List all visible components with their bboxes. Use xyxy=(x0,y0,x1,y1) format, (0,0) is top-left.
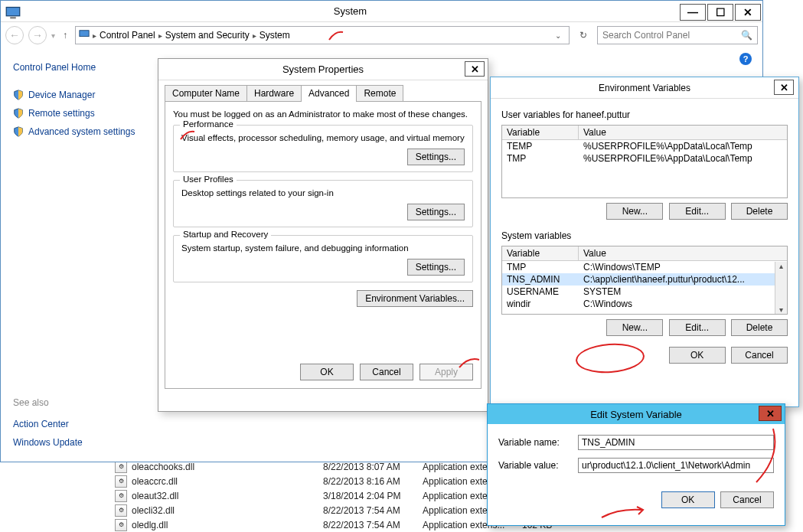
column-variable[interactable]: Variable xyxy=(502,126,579,139)
nav-bar: ← → ▾ ↑ ▸ Control Panel ▸ System and Sec… xyxy=(1,22,762,48)
up-button[interactable]: ↑ xyxy=(60,30,70,41)
cancel-button[interactable]: Cancel xyxy=(731,347,788,364)
scrollbar[interactable]: ▴▾ xyxy=(775,262,787,314)
help-icon[interactable]: ? xyxy=(739,53,752,65)
close-button[interactable]: ✕ xyxy=(735,4,761,21)
column-variable[interactable]: Variable xyxy=(502,246,579,260)
table-row[interactable]: TNS_ADMINC:\app\client\haneef.puttur\pro… xyxy=(502,273,787,286)
table-row[interactable]: TMPC:\Windows\TEMP xyxy=(502,261,787,273)
edit-system-variable-dialog: Edit System Variable ✕ Variable name: Va… xyxy=(487,403,785,526)
chevron-right-icon[interactable]: ▸ xyxy=(253,31,256,40)
sidebar-link-advanced-system-settings[interactable]: Advanced system settings xyxy=(13,126,139,137)
table-row[interactable]: TEMP%USERPROFILE%\AppData\Local\Temp xyxy=(502,140,787,152)
profiles-settings-button[interactable]: Settings... xyxy=(407,204,465,220)
ok-button[interactable]: OK xyxy=(300,364,354,380)
sidebar-link-remote-settings[interactable]: Remote settings xyxy=(13,108,139,119)
chevron-right-icon[interactable]: ▸ xyxy=(93,31,96,40)
shield-icon xyxy=(13,108,24,119)
tab-remote[interactable]: Remote xyxy=(356,85,403,102)
group-title: Performance xyxy=(180,119,237,129)
cell-value: %USERPROFILE%\AppData\Local\Temp xyxy=(579,140,787,152)
group-desc: Visual effects, processor scheduling, me… xyxy=(181,133,465,142)
svg-rect-2 xyxy=(80,30,89,36)
dialog-titlebar[interactable]: System Properties ✕ xyxy=(158,59,488,80)
close-button[interactable]: ✕ xyxy=(774,80,794,95)
control-panel-home-link[interactable]: Control Panel Home xyxy=(13,62,139,73)
table-row[interactable]: USERNAMESYSTEM xyxy=(502,286,787,298)
user-new-button[interactable]: New... xyxy=(606,203,663,220)
chevron-right-icon[interactable]: ▸ xyxy=(158,31,162,40)
startup-group: Startup and Recovery System startup, sys… xyxy=(173,235,473,282)
user-delete-button[interactable]: Delete xyxy=(731,203,788,220)
seealso-link[interactable]: Action Center xyxy=(13,419,139,429)
dialog-titlebar[interactable]: Edit System Variable ✕ xyxy=(488,404,785,424)
cell-value: %USERPROFILE%\AppData\Local\Temp xyxy=(579,152,787,165)
cell-value: SYSTEM xyxy=(579,286,787,298)
see-also-heading: See also xyxy=(13,397,139,408)
sidebar-link-label: Advanced system settings xyxy=(28,126,135,137)
system-new-button[interactable]: New... xyxy=(606,319,663,336)
file-date: 8/22/2013 7:54 AM xyxy=(323,520,423,530)
system-edit-button[interactable]: Edit... xyxy=(669,319,726,336)
file-name: oledlg.dll xyxy=(132,520,323,530)
cell-value: C:\Windows\TEMP xyxy=(579,261,787,273)
computer-icon xyxy=(5,5,21,18)
user-edit-button[interactable]: Edit... xyxy=(669,203,726,220)
close-button[interactable]: ✕ xyxy=(759,406,782,421)
breadcrumb-dropdown-icon[interactable]: ⌄ xyxy=(555,31,566,40)
performance-group: Performance Visual effects, processor sc… xyxy=(173,125,473,172)
system-titlebar[interactable]: System — ☐ ✕ xyxy=(1,1,762,22)
forward-button[interactable]: → xyxy=(28,26,47,44)
breadcrumb[interactable]: ▸ Control Panel ▸ System and Security ▸ … xyxy=(75,26,570,44)
tab-computer-name[interactable]: Computer Name xyxy=(165,85,247,102)
seealso-link[interactable]: Windows Update xyxy=(13,437,139,448)
file-name: oleacchooks.dll xyxy=(132,462,323,472)
user-vars-label: User variables for haneef.puttur xyxy=(501,109,788,120)
svg-rect-0 xyxy=(6,7,20,15)
user-vars-table[interactable]: Variable Value TEMP%USERPROFILE%\AppData… xyxy=(501,125,788,198)
column-value[interactable]: Value xyxy=(579,246,787,260)
svg-rect-1 xyxy=(10,17,16,19)
dialog-titlebar[interactable]: Environment Variables ✕ xyxy=(491,77,798,99)
performance-settings-button[interactable]: Settings... xyxy=(407,149,465,165)
dll-icon: ⚙ xyxy=(115,490,127,502)
tab-hardware[interactable]: Hardware xyxy=(246,85,302,102)
system-delete-button[interactable]: Delete xyxy=(731,319,788,336)
cell-variable: USERNAME xyxy=(502,286,579,298)
sidebar-link-device-manager[interactable]: Device Manager xyxy=(13,90,139,100)
recent-dropdown-icon[interactable]: ▾ xyxy=(51,31,55,40)
system-vars-table[interactable]: Variable Value TMPC:\Windows\TEMPTNS_ADM… xyxy=(501,246,788,315)
ok-button[interactable]: OK xyxy=(669,347,726,364)
file-date: 8/22/2013 8:07 AM xyxy=(323,462,423,472)
cancel-button[interactable]: Cancel xyxy=(720,491,774,508)
group-desc: System startup, system failure, and debu… xyxy=(181,243,465,253)
ok-button[interactable]: OK xyxy=(661,491,715,508)
environment-variables-dialog: Environment Variables ✕ User variables f… xyxy=(490,77,799,407)
variable-name-input[interactable] xyxy=(578,435,774,450)
cancel-button[interactable]: Cancel xyxy=(360,364,413,380)
file-name: oleaccrc.dll xyxy=(132,476,323,487)
cell-value: C:\Windows xyxy=(579,298,787,310)
breadcrumb-item[interactable]: Control Panel xyxy=(100,30,155,41)
maximize-button[interactable]: ☐ xyxy=(707,4,733,21)
dialog-title: Edit System Variable xyxy=(590,409,682,420)
refresh-button[interactable]: ↻ xyxy=(574,26,592,44)
close-button[interactable]: ✕ xyxy=(465,61,485,77)
variable-value-input[interactable] xyxy=(578,458,774,473)
table-row[interactable]: windirC:\Windows xyxy=(502,298,787,310)
minimize-button[interactable]: — xyxy=(680,4,706,21)
dll-icon: ⚙ xyxy=(115,519,127,531)
dll-icon: ⚙ xyxy=(115,504,127,517)
cell-variable: windir xyxy=(502,298,579,310)
back-button[interactable]: ← xyxy=(5,26,24,44)
tab-advanced[interactable]: Advanced xyxy=(301,85,357,102)
search-input[interactable]: Search Control Panel 🔍 xyxy=(597,26,758,44)
startup-settings-button[interactable]: Settings... xyxy=(407,259,465,276)
column-value[interactable]: Value xyxy=(579,126,787,139)
breadcrumb-item[interactable]: System and Security xyxy=(165,30,250,41)
cell-variable: TNS_ADMIN xyxy=(502,273,579,286)
breadcrumb-item[interactable]: System xyxy=(260,30,290,41)
environment-variables-button[interactable]: Environment Variables... xyxy=(357,290,473,307)
variable-name-label: Variable name: xyxy=(498,437,578,448)
table-row[interactable]: TMP%USERPROFILE%\AppData\Local\Temp xyxy=(502,152,787,165)
